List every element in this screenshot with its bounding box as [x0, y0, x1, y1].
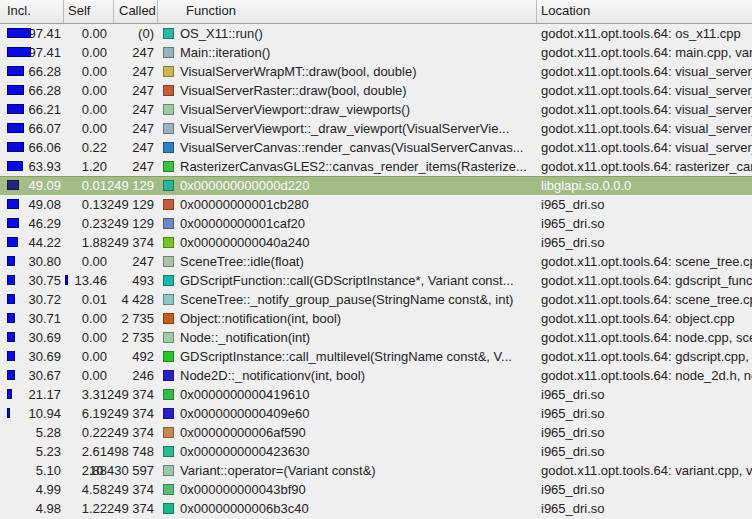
table-row[interactable]: 10.94 6.19 249 374 0x0000000000409e60 i9… [0, 404, 752, 423]
called-cell: 249 129 [114, 195, 158, 214]
location-value: i965_dri.so [541, 235, 605, 250]
called-cell: 247 [114, 81, 158, 100]
location-cell: i965_dri.so [537, 404, 752, 423]
called-value: 4 428 [121, 292, 154, 307]
table-row[interactable]: 97.41 0.00 (0) OS_X11::run() godot.x11.o… [0, 24, 752, 43]
self-cell: 0.01 [64, 290, 114, 309]
called-cell: 492 [114, 347, 158, 366]
table-row[interactable]: 30.67 0.00 246 Node2D::_notificationv(in… [0, 366, 752, 385]
table-row[interactable]: 30.72 0.01 4 428 SceneTree::_notify_grou… [0, 290, 752, 309]
self-value: 4.58 [82, 482, 107, 497]
table-row[interactable]: 49.09 0.01 249 129 0x000000000000d220 li… [0, 176, 752, 195]
function-cell: 0x00000000006b3c40 [158, 499, 537, 518]
column-header-called[interactable]: Called [114, 0, 158, 23]
table-row[interactable]: 66.21 0.00 247 VisualServerViewport::dra… [0, 100, 752, 119]
location-value: godot.x11.opt.tools.64: gdscript.cpp, re [541, 349, 752, 364]
table-row[interactable]: 63.93 1.20 247 RasterizerCanvasGLES2::ca… [0, 157, 752, 176]
self-cell: 1.20 [64, 157, 114, 176]
called-cell: 246 [114, 366, 158, 385]
table-row[interactable]: 5.10 2.88 10 430 597 Variant::operator=(… [0, 461, 752, 480]
function-color-icon [163, 351, 174, 362]
table-row[interactable]: 66.28 0.00 247 VisualServerWrapMT::draw(… [0, 62, 752, 81]
table-row[interactable]: 66.06 0.22 247 VisualServerCanvas::rende… [0, 138, 752, 157]
cost-bar [7, 218, 19, 228]
table-row[interactable]: 66.07 0.00 247 VisualServerViewport::_dr… [0, 119, 752, 138]
incl-value: 30.75 [28, 273, 61, 288]
cost-bar [7, 256, 15, 266]
incl-value: 46.29 [28, 216, 61, 231]
table-row[interactable]: 30.69 0.00 2 735 Node::_notification(int… [0, 328, 752, 347]
location-cell: godot.x11.opt.tools.64: node_2d.h, nod [537, 366, 752, 385]
incl-cell: 30.67 [0, 366, 64, 385]
incl-value: 49.09 [28, 178, 61, 193]
incl-value: 4.99 [36, 482, 61, 497]
location-value: godot.x11.opt.tools.64: scene_tree.cpp, [541, 292, 752, 307]
table-row[interactable]: 49.08 0.13 249 129 0x00000000001cb280 i9… [0, 195, 752, 214]
function-name: 0x00000000001cb280 [180, 195, 309, 214]
table-row[interactable]: 30.75 13.46 493 GDScriptFunction::call(G… [0, 271, 752, 290]
function-name: 0x000000000040a240 [180, 233, 309, 252]
function-name: Variant::operator=(Variant const&) [180, 461, 376, 480]
function-color-icon [163, 294, 174, 305]
table-row[interactable]: 44.22 1.88 249 374 0x000000000040a240 i9… [0, 233, 752, 252]
called-cell: 2 735 [114, 309, 158, 328]
location-value: godot.x11.opt.tools.64: os_x11.cpp [541, 26, 741, 41]
table-row[interactable]: 5.23 2.61 498 748 0x0000000000423630 i96… [0, 442, 752, 461]
called-cell: 247 [114, 43, 158, 62]
location-cell: godot.x11.opt.tools.64: main.cpp, varia [537, 43, 752, 62]
self-cell: 0.00 [64, 252, 114, 271]
location-value: i965_dri.so [541, 387, 605, 402]
cost-bar [7, 294, 15, 304]
self-cell: 0.00 [64, 24, 114, 43]
table-row[interactable]: 46.29 0.23 249 129 0x00000000001caf20 i9… [0, 214, 752, 233]
table-row[interactable]: 30.71 0.00 2 735 Object::notification(in… [0, 309, 752, 328]
table-row[interactable]: 30.69 0.00 492 GDScriptInstance::call_mu… [0, 347, 752, 366]
function-color-icon [163, 123, 174, 134]
incl-value: 30.72 [28, 292, 61, 307]
called-value: 493 [132, 273, 154, 288]
location-cell: godot.x11.opt.tools.64: os_x11.cpp [537, 24, 752, 43]
function-color-icon [163, 427, 174, 438]
incl-value: 97.41 [28, 26, 61, 41]
function-name: 0x0000000000409e60 [180, 404, 309, 423]
table-header: Incl. Self Called Function Location [0, 0, 752, 24]
column-header-incl[interactable]: Incl. [0, 0, 64, 23]
function-color-icon [163, 85, 174, 96]
called-value: 247 [132, 83, 154, 98]
location-value: i965_dri.so [541, 406, 605, 421]
self-cell: 0.00 [64, 119, 114, 138]
self-value: 0.00 [82, 83, 107, 98]
function-cell: Node2D::_notificationv(int, bool) [158, 366, 537, 385]
table-row[interactable]: 4.98 1.22 249 374 0x00000000006b3c40 i96… [0, 499, 752, 518]
table-row[interactable]: 97.41 0.00 247 Main::iteration() godot.x… [0, 43, 752, 62]
column-header-function[interactable]: Function [158, 0, 537, 23]
location-cell: godot.x11.opt.tools.64: gdscript_functio [537, 271, 752, 290]
location-cell: libglapi.so.0.0.0 [537, 176, 752, 195]
table-row[interactable]: 66.28 0.00 247 VisualServerRaster::draw(… [0, 81, 752, 100]
function-color-icon [163, 484, 174, 495]
self-cell: 2.61 [64, 442, 114, 461]
self-cell: 2.88 [64, 461, 114, 480]
table-row[interactable]: 5.28 0.22 249 374 0x00000000006af590 i96… [0, 423, 752, 442]
self-cell: 0.00 [64, 309, 114, 328]
table-row[interactable]: 21.17 3.31 249 374 0x0000000000419610 i9… [0, 385, 752, 404]
function-cell: GDScriptInstance::call_multilevel(String… [158, 347, 537, 366]
function-cell: 0x00000000001cb280 [158, 195, 537, 214]
location-value: godot.x11.opt.tools.64: visual_server_vi [541, 102, 752, 117]
incl-value: 5.23 [36, 444, 61, 459]
location-cell: godot.x11.opt.tools.64: visual_server_vi [537, 119, 752, 138]
function-color-icon [163, 104, 174, 115]
function-cell: GDScriptFunction::call(GDScriptInstance*… [158, 271, 537, 290]
location-cell: i965_dri.so [537, 233, 752, 252]
location-value: godot.x11.opt.tools.64: node.cpp, scene [541, 330, 752, 345]
location-cell: godot.x11.opt.tools.64: gdscript.cpp, re [537, 347, 752, 366]
function-cell: VisualServerRaster::draw(bool, double) [158, 81, 537, 100]
incl-cell: 5.28 [0, 423, 64, 442]
table-row[interactable]: 4.99 4.58 249 374 0x000000000043bf90 i96… [0, 480, 752, 499]
self-value: 1.20 [82, 159, 107, 174]
table-row[interactable]: 30.80 0.00 247 SceneTree::idle(float) go… [0, 252, 752, 271]
incl-value: 21.17 [28, 387, 61, 402]
column-header-self[interactable]: Self [64, 0, 114, 23]
called-value: 249 129 [107, 178, 154, 193]
column-header-location[interactable]: Location [537, 0, 752, 23]
